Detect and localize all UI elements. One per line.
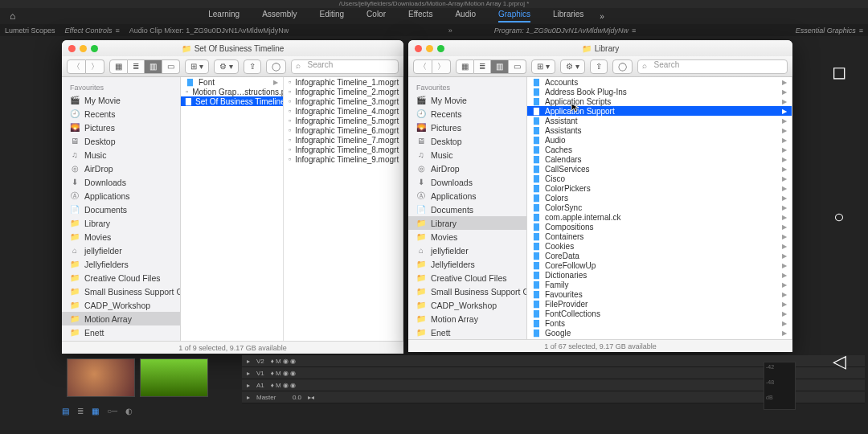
icon-view-button[interactable]: ▦ [456,59,474,74]
arrange-button[interactable]: ⊞ ▾ [531,59,555,74]
forward-button[interactable]: 〉 [86,59,104,74]
column-item[interactable]: ▫Infographic Timeline_1.mogrt [284,77,403,87]
workspace-tab[interactable]: Learning [208,10,240,23]
sidebar-item[interactable]: 📁CADP_Workshop [408,298,526,312]
sidebar-item[interactable]: 🎬My Movie [408,93,526,107]
column-item[interactable]: ▇ColorSync▶ [527,203,792,212]
sidebar-item[interactable]: 📁Enett [408,326,526,339]
arrange-button[interactable]: ⊞ ▾ [185,59,209,74]
freeform-icon[interactable]: ▦ [92,407,99,416]
sidebar-item[interactable]: 📁Movies [408,230,526,244]
sidebar-item[interactable]: 📁CADP_Workshop [62,298,180,312]
sidebar-item[interactable]: ⌂jellyfielder [408,244,526,257]
circle-icon[interactable]: ○ [833,207,844,227]
zoom-slider[interactable]: ○─ [107,407,117,416]
sidebar-item[interactable]: 📁Motion Array [62,312,180,326]
column-item[interactable]: ▇Favourites▶ [527,289,792,299]
search-input[interactable]: Search [637,59,788,74]
column-item[interactable]: ▇Family▶ [527,280,792,289]
square-icon[interactable]: ◻ [832,62,846,83]
sidebar-item[interactable]: 📁Small Business Support Gr… [62,285,180,298]
workspace-tab[interactable]: Effects [408,10,432,23]
list-view-button[interactable]: ≣ [474,59,491,74]
panel-effectcontrols[interactable]: Effect Controls ≡ [65,27,120,35]
sidebar-item[interactable]: 🌄Pictures [62,121,180,134]
forward-button[interactable]: 〉 [432,59,451,74]
sidebar-item[interactable]: 🖥Desktop [408,134,526,148]
sidebar-item[interactable]: ♫Music [62,148,180,162]
column-item[interactable]: ▇CoreFollowUp▶ [527,260,792,270]
action-button[interactable]: ⚙ ▾ [560,59,585,74]
titlebar[interactable]: 📁Library [408,40,792,56]
tags-button[interactable]: ◯ [266,59,286,74]
back-triangle-icon[interactable]: ◁ [833,351,846,372]
sidebar-item[interactable]: 📁Creative Cloud Files [408,271,526,285]
back-button[interactable]: 〈 [413,59,432,74]
column-item[interactable]: ▫Infographic Timeline_7.mogrt [284,135,403,145]
sidebar-item[interactable]: 🖥Desktop [62,134,180,148]
zoom-icon[interactable] [437,45,444,52]
column-item[interactable]: ▇CoreData▶ [527,251,792,260]
column-item[interactable]: ▇Assistants▶ [527,125,792,135]
column-item[interactable]: ▇ColorPickers▶ [527,183,792,193]
column-item[interactable]: ▫Infographic Timeline_3.mogrt [284,96,403,106]
clip-thumbnail[interactable] [140,358,208,397]
gallery-view-button[interactable]: ▭ [509,59,526,74]
column-view-button[interactable]: ▥ [145,59,162,74]
list-view-button[interactable]: ≣ [128,59,145,74]
workspace-tab[interactable]: Color [366,10,386,23]
column-item[interactable]: ▇Calendars▶ [527,154,792,164]
sidebar-item[interactable]: 📁Small Business Support Gr… [408,285,526,298]
column-item[interactable]: ▫Motion Grap…structions.pdf [181,87,283,96]
sidebar-item[interactable]: 📁Library [62,216,180,230]
column-item[interactable]: ▇Cisco▶ [527,174,792,183]
sidebar-item[interactable]: ⒶApplications [408,189,526,203]
column-item[interactable]: ▇Colors▶ [527,193,792,203]
column-item[interactable]: ▇Set Of Business Timeline▶ [181,96,283,106]
sidebar-item[interactable]: 🎬My Movie [62,93,180,107]
column-item[interactable]: ▫Infographic Timeline_9.mogrt [284,154,403,164]
column-item[interactable]: ▇Audio▶ [527,135,792,145]
sidebar-item[interactable]: ⒶApplications [62,189,180,203]
panel-lumetri[interactable]: Lumetri Scopes [5,27,55,35]
column-item[interactable]: ▇Fonts▶ [527,318,792,328]
share-button[interactable]: ⇪ [244,59,261,74]
column-item[interactable]: ▇Group Containers▶ [527,338,792,339]
sidebar-item[interactable]: ◎AirDrop [62,162,180,175]
sidebar-item[interactable]: 📁Creative Cloud Files [62,271,180,285]
column-item[interactable]: ▇Dictionaries▶ [527,270,792,280]
column-item[interactable]: ▫Infographic Timeline_6.mogrt [284,125,403,135]
column-item[interactable]: ▫Infographic Timeline_4.mogrt [284,106,403,116]
minimize-icon[interactable] [426,45,433,52]
close-icon[interactable] [415,45,422,52]
gallery-view-button[interactable]: ▭ [162,59,180,74]
column-item[interactable]: ▇FontCollections▶ [527,309,792,318]
column-item[interactable]: ▇Application Support▶ [527,106,792,116]
column-item[interactable]: ▫Infographic Timeline_8.mogrt [284,145,403,154]
sidebar-item[interactable]: 📄Documents [62,203,180,216]
clip-thumbnail[interactable] [67,358,135,397]
column-item[interactable]: ▇Address Book Plug-Ins▶ [527,87,792,96]
column-item[interactable]: ▇Containers▶ [527,231,792,241]
sidebar-item[interactable]: 🌄Pictures [408,121,526,134]
icon-view-icon[interactable]: ≣ [77,407,84,416]
column-item[interactable]: ▇Compositions▶ [527,222,792,231]
tags-button[interactable]: ◯ [612,59,633,74]
zoom-icon[interactable] [91,45,98,52]
column-item[interactable]: ▇Font▶ [181,77,283,87]
workspace-tab[interactable]: Assembly [262,10,297,23]
column-item[interactable]: ▇com.apple.internal.ck▶ [527,212,792,222]
sidebar-item[interactable]: ♫Music [408,148,526,162]
sidebar-item[interactable]: 📄Documents [408,203,526,216]
column-item[interactable]: ▫Infographic Timeline_5.mogrt [284,116,403,125]
column-item[interactable]: ▇FileProvider▶ [527,299,792,309]
sidebar-item[interactable]: 🕘Recents [408,107,526,121]
workspace-tab[interactable]: Libraries [553,10,583,23]
search-input[interactable]: Search [291,59,399,74]
minimize-icon[interactable] [80,45,87,52]
workspace-tab[interactable]: Audio [455,10,476,23]
close-icon[interactable] [68,45,76,52]
column-item[interactable]: ▇Assistant▶ [527,116,792,125]
icon-view-button[interactable]: ▦ [109,59,128,74]
panel-audiomixer[interactable]: Audio Clip Mixer: 1_ZG9u0DJvN1AvMldwMjdy… [129,27,289,35]
